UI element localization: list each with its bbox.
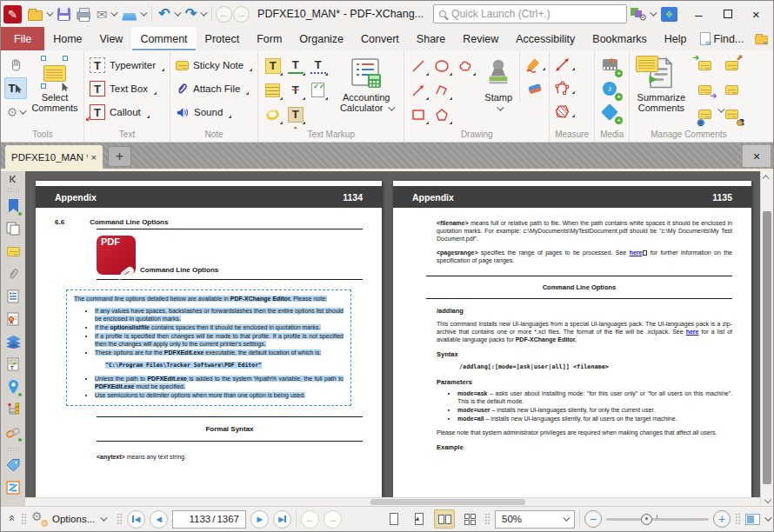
sidebar-item-fields[interactable]: [2, 285, 24, 308]
previous-page-button[interactable]: ◀: [150, 510, 168, 529]
print-button[interactable]: [74, 3, 93, 24]
add-audio-button[interactable]: ♪+: [598, 77, 621, 99]
undo-button[interactable]: ↶: [156, 3, 181, 24]
history-forward-button[interactable]: →: [233, 6, 250, 23]
single-page-view-button[interactable]: [384, 509, 404, 529]
open-button[interactable]: [25, 3, 54, 24]
sidebar-item-bookmarks[interactable]: [2, 195, 24, 217]
ribbon-tab-convert[interactable]: Convert: [352, 27, 408, 50]
ribbon-tab-share[interactable]: Share: [408, 27, 454, 50]
ribbon-tab-view[interactable]: View: [91, 27, 132, 50]
ribbon-tab-help[interactable]: Help: [656, 27, 696, 50]
toolbar-drag-handle[interactable]: [735, 513, 741, 525]
pencil-tool-button[interactable]: [524, 54, 546, 76]
quick-launch-input[interactable]: Quick Launch (Ctrl+.): [433, 4, 627, 23]
pan-zoom-view-button[interactable]: [745, 514, 770, 525]
save-button[interactable]: [55, 3, 73, 24]
area-tool-button[interactable]: [553, 101, 576, 123]
ribbon-tab-organize[interactable]: Organize: [290, 27, 352, 50]
collapse-panel-button[interactable]: [2, 172, 24, 186]
ribbon-tab-accessibility[interactable]: Accessibility: [507, 27, 584, 50]
select-comments-button[interactable]: Select Comments: [28, 51, 82, 126]
strikeout-text-button[interactable]: T: [284, 78, 306, 102]
highlight-text-button[interactable]: T: [262, 54, 284, 77]
vertical-scroll-track[interactable]: [761, 183, 773, 494]
new-tab-button[interactable]: +: [108, 146, 131, 167]
select-text-button[interactable]: T: [4, 77, 27, 99]
sidebar-item-destinations[interactable]: [2, 376, 24, 398]
highlight-area-button[interactable]: [262, 78, 284, 102]
callout-button[interactable]: T↙ Callout: [88, 101, 166, 123]
ui-options-button[interactable]: ⚙: [628, 3, 657, 24]
next-view-button[interactable]: →: [324, 510, 342, 529]
squiggly-underline-button[interactable]: T: [307, 54, 329, 77]
here-link[interactable]: here: [686, 329, 699, 335]
fullscreen-button[interactable]: ✥: [658, 3, 680, 24]
two-page-view-button[interactable]: [434, 509, 455, 529]
minimize-button[interactable]: –: [684, 3, 713, 25]
add-3d-button[interactable]: +: [598, 101, 621, 123]
sidebar-item-signatures[interactable]: [2, 308, 24, 330]
toolbar-drag-handle[interactable]: [117, 513, 123, 525]
sidebar-item-attachments[interactable]: [2, 263, 24, 285]
line-tool-button[interactable]: [407, 54, 430, 77]
underline-text-button[interactable]: T: [284, 54, 306, 77]
toolbar-drag-handle[interactable]: [21, 513, 27, 525]
ribbon-tab-form[interactable]: Form: [248, 27, 290, 50]
accounting-calculator-button[interactable]: Accounting Calculator: [330, 51, 402, 126]
close-tab-icon[interactable]: ×: [91, 152, 97, 163]
search-in-files-button[interactable]: [750, 28, 773, 50]
vertical-scrollbar[interactable]: [760, 171, 773, 506]
find-button[interactable]: Find...: [696, 28, 749, 50]
comment-notes-button[interactable]: [718, 78, 744, 102]
document-tab-active[interactable]: PDFXE10_MAN * ×: [5, 145, 103, 169]
comment-styles-button[interactable]: 🎨︎: [718, 103, 744, 126]
add-video-button[interactable]: +: [598, 54, 621, 76]
close-button[interactable]: ×: [742, 3, 771, 25]
horizontal-scroll-thumb[interactable]: [370, 499, 524, 505]
sticky-note-button[interactable]: Sticky Note: [174, 54, 254, 76]
insert-text-button[interactable]: T: [284, 103, 306, 126]
scan-button[interactable]: [119, 3, 148, 24]
stamp-button[interactable]: Stamp: [477, 51, 519, 126]
spellcheck-button[interactable]: ✓✓: [307, 78, 329, 102]
cloud-tool-button[interactable]: [454, 54, 477, 77]
zoom-slider-thumb[interactable]: [641, 514, 652, 525]
previous-view-button[interactable]: ←: [301, 510, 319, 529]
options-button[interactable]: Options...: [31, 511, 105, 527]
next-page-button[interactable]: ▶: [250, 510, 269, 529]
sound-button[interactable]: Sound: [174, 101, 254, 123]
sidebar-item-links[interactable]: [2, 421, 24, 443]
scroll-down-button[interactable]: [761, 494, 773, 506]
sidebar-item-content[interactable]: T: [2, 353, 24, 376]
history-back-button[interactable]: ←: [216, 6, 232, 23]
scroll-up-button[interactable]: [761, 171, 773, 183]
zoom-slider[interactable]: [606, 518, 709, 521]
comment-visibility-button[interactable]: ◉: [691, 103, 717, 126]
selected-text-block[interactable]: The command line options detailed below …: [66, 289, 351, 406]
arrow-tool-button[interactable]: [407, 78, 430, 102]
ribbon-tab-bookmarks[interactable]: Bookmarks: [584, 27, 656, 50]
import-comments-button[interactable]: ➔: [691, 54, 717, 77]
eraser-tool-button[interactable]: [524, 77, 546, 99]
vertical-scroll-thumb[interactable]: [763, 211, 771, 484]
ribbon-tab-review[interactable]: Review: [454, 27, 507, 50]
sidebar-item-structure[interactable]: [2, 398, 24, 421]
document-view[interactable]: Appendix 1134 6.6 Command Line Options P…: [25, 171, 760, 506]
polygon-tool-button[interactable]: [430, 103, 453, 126]
toolbar-drag-handle[interactable]: [484, 513, 490, 525]
redo-button[interactable]: ↷: [183, 3, 208, 24]
current-page-input[interactable]: 1133: [179, 514, 210, 524]
email-button[interactable]: ✉: [94, 3, 119, 24]
fit-page-view-button[interactable]: [409, 509, 430, 529]
pencil-highlight-button[interactable]: [262, 103, 284, 126]
distance-tool-button[interactable]: [553, 54, 576, 76]
ribbon-tab-protect[interactable]: Protect: [197, 27, 249, 50]
zoom-level-select[interactable]: 50%: [495, 510, 575, 529]
comment-tools-settings-button[interactable]: ⚙: [4, 101, 27, 123]
zoom-out-button[interactable]: −: [584, 510, 602, 528]
here-link[interactable]: here: [630, 249, 643, 256]
panel-drag-handle[interactable]: [7, 188, 19, 193]
polyline-tool-button[interactable]: [430, 78, 453, 102]
summarize-comments-button[interactable]: Summarize Comments: [631, 51, 691, 126]
